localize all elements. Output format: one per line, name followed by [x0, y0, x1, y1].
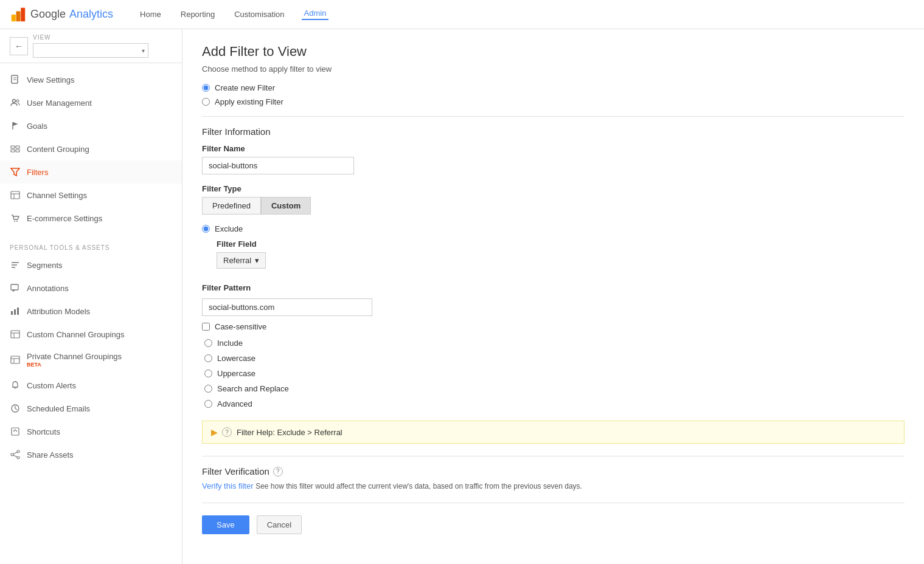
- search-replace-option[interactable]: Search and Replace: [204, 384, 905, 393]
- svg-rect-30: [11, 356, 19, 363]
- filter-type-group: Predefined Custom: [202, 197, 905, 215]
- cart-icon: [10, 213, 21, 224]
- help-question-icon: ?: [222, 427, 232, 437]
- predefined-btn[interactable]: Predefined: [202, 197, 261, 215]
- personal-tools-label: PERSONAL TOOLS & ASSETS: [0, 239, 182, 253]
- sidebar-label-goals: Goals: [27, 122, 47, 131]
- flag-icon: [10, 120, 21, 131]
- svg-point-38: [17, 450, 19, 453]
- advanced-radio[interactable]: [204, 400, 212, 408]
- uppercase-radio[interactable]: [204, 370, 212, 377]
- include-option[interactable]: Include: [204, 339, 905, 348]
- main-content: Add Filter to View Choose method to appl…: [182, 29, 924, 564]
- filter-verification-section: Filter Verification ? Verify this filter…: [202, 466, 905, 490]
- nav-admin[interactable]: Admin: [302, 9, 329, 20]
- view-select[interactable]: [33, 43, 148, 58]
- sidebar-label-annotations: Annotations: [27, 284, 69, 293]
- create-new-radio[interactable]: [202, 84, 210, 92]
- sidebar-label-ecommerce-settings: E-commerce Settings: [27, 214, 102, 223]
- bars-icon: [10, 260, 21, 270]
- comment-icon: [10, 283, 21, 294]
- back-button[interactable]: ←: [10, 37, 28, 55]
- sidebar-item-annotations[interactable]: Annotations: [0, 277, 182, 300]
- svg-line-42: [13, 455, 17, 457]
- sidebar-item-user-management[interactable]: User Management: [0, 91, 182, 114]
- sidebar-item-custom-alerts[interactable]: Custom Alerts: [0, 374, 182, 397]
- case-sensitive-label: Case-sensitive: [215, 322, 266, 331]
- sidebar-label-segments: Segments: [27, 261, 63, 270]
- sidebar-item-channel-settings[interactable]: Channel Settings: [0, 184, 182, 207]
- table2-icon: [10, 329, 21, 340]
- svg-point-40: [17, 456, 19, 459]
- lowercase-option[interactable]: Lowercase: [204, 354, 905, 363]
- sidebar-item-custom-channel-groupings[interactable]: Custom Channel Groupings: [0, 323, 182, 346]
- svg-point-8: [16, 100, 19, 102]
- sidebar-item-view-settings[interactable]: View Settings: [0, 68, 182, 91]
- sidebar: ← VIEW ▾ View Settings: [0, 29, 182, 564]
- users-icon: [10, 97, 21, 108]
- lowercase-radio[interactable]: [204, 354, 212, 362]
- sidebar-label-share-assets: Share Assets: [27, 450, 74, 459]
- sidebar-item-shortcuts[interactable]: Shortcuts: [0, 420, 182, 443]
- filter-name-label: Filter Name: [202, 144, 905, 153]
- sidebar-label-attribution-models: Attribution Models: [27, 307, 90, 316]
- svg-marker-14: [11, 168, 19, 176]
- tool-icon: [10, 143, 21, 154]
- nav-customisation[interactable]: Customisation: [232, 10, 287, 19]
- logo-analytics: Analytics: [69, 8, 113, 21]
- exclude-label: Exclude: [215, 224, 243, 233]
- exclude-radio[interactable]: [202, 225, 210, 233]
- uppercase-option[interactable]: Uppercase: [204, 369, 905, 378]
- sidebar-label-user-management: User Management: [27, 98, 92, 108]
- sidebar-label-view-settings: View Settings: [27, 75, 75, 84]
- svg-point-7: [13, 100, 16, 103]
- nav-home[interactable]: Home: [137, 10, 164, 19]
- filter-field-label: Filter Field: [217, 239, 905, 249]
- verification-body: Verify this filter See how this filter w…: [202, 481, 905, 490]
- svg-rect-11: [16, 146, 19, 148]
- sidebar-item-share-assets[interactable]: Share Assets: [0, 443, 182, 466]
- referral-value: Referral: [223, 256, 251, 265]
- custom-btn[interactable]: Custom: [261, 197, 311, 215]
- extra-filter-options: Include Lowercase Uppercase Search and R…: [204, 339, 905, 408]
- sidebar-item-filters[interactable]: Filters: [0, 160, 182, 184]
- save-button[interactable]: Save: [202, 515, 249, 534]
- search-replace-label: Search and Replace: [217, 384, 289, 393]
- include-radio[interactable]: [204, 339, 212, 347]
- verify-link[interactable]: Verify this filter: [202, 481, 254, 490]
- apply-existing-option[interactable]: Apply existing Filter: [202, 97, 905, 106]
- sidebar-item-goals[interactable]: Goals: [0, 114, 182, 137]
- referral-dropdown[interactable]: Referral ▾: [217, 252, 266, 269]
- nav-reporting[interactable]: Reporting: [178, 10, 217, 19]
- share-icon: [10, 449, 21, 460]
- create-new-option[interactable]: Create new Filter: [202, 83, 905, 92]
- case-sensitive-option[interactable]: Case-sensitive: [202, 322, 905, 331]
- sidebar-item-content-grouping[interactable]: Content Grouping: [0, 137, 182, 160]
- apply-existing-radio[interactable]: [202, 98, 210, 106]
- include-label: Include: [217, 339, 243, 348]
- chart-icon: [10, 306, 21, 317]
- sidebar-label-scheduled-emails: Scheduled Emails: [27, 404, 90, 413]
- view-label: VIEW: [33, 34, 148, 41]
- sidebar-item-attribution-models[interactable]: Attribution Models: [0, 300, 182, 323]
- filter-icon: [10, 167, 21, 177]
- help-bar-arrow-icon: ▶: [211, 428, 217, 437]
- table3-icon: [10, 354, 21, 365]
- advanced-option[interactable]: Advanced: [204, 399, 905, 408]
- search-replace-radio[interactable]: [204, 385, 212, 393]
- case-sensitive-checkbox[interactable]: [202, 323, 210, 331]
- svg-line-36: [15, 408, 17, 410]
- filter-pattern-input[interactable]: [202, 298, 372, 316]
- sidebar-item-private-channel-groupings[interactable]: Private Channel Groupings BETA: [0, 346, 182, 374]
- filter-name-input[interactable]: [202, 157, 354, 174]
- svg-rect-26: [17, 308, 19, 315]
- sidebar-item-ecommerce-settings[interactable]: E-commerce Settings: [0, 207, 182, 230]
- filter-info-title: Filter Information: [202, 126, 905, 137]
- sidebar-item-segments[interactable]: Segments: [0, 253, 182, 277]
- exclude-option[interactable]: Exclude: [202, 224, 905, 233]
- filter-help-bar[interactable]: ▶ ? Filter Help: Exclude > Referral: [202, 421, 905, 444]
- svg-rect-25: [14, 309, 16, 315]
- svg-rect-2: [16, 11, 21, 21]
- cancel-button[interactable]: Cancel: [257, 515, 302, 534]
- sidebar-item-scheduled-emails[interactable]: Scheduled Emails: [0, 397, 182, 420]
